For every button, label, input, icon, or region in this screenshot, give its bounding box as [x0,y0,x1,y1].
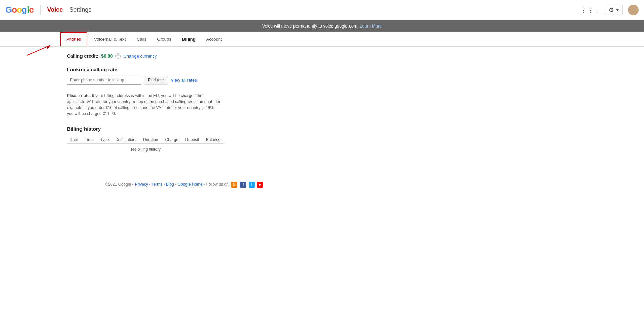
nav-tabs: Phones Voicemail & Text Calls Groups Bil… [0,32,644,47]
calling-credit-row: Calling credit: $0.00 ? Change currency [67,53,302,59]
footer-privacy-link[interactable]: Privacy [135,182,148,187]
tab-account[interactable]: Account [201,33,227,46]
tab-phones[interactable]: Phones [60,32,87,46]
col-time: Time [82,136,98,144]
phone-lookup-input[interactable] [67,76,141,85]
col-date: Date [67,136,82,144]
voice-link[interactable]: Voice [47,6,63,13]
banner: Voice will move permanently to voice.goo… [0,20,644,32]
apps-icon[interactable]: ⋮⋮⋮ [580,6,600,14]
avatar[interactable] [628,5,639,15]
tab-voicemail[interactable]: Voicemail & Text [89,33,131,46]
change-currency-link[interactable]: Change currency [123,54,157,59]
twitter-icon[interactable]: t [249,182,255,188]
top-right: ⋮⋮⋮ ⚙ ▼ [580,5,639,15]
footer-google-home-link[interactable]: Google Home [178,182,203,187]
billing-history-section: Billing history Date Time Type Destinati… [67,126,302,155]
no-billing-row: No billing history [67,144,225,155]
top-bar: Google Voice Settings ⋮⋮⋮ ⚙ ▼ [0,0,644,20]
col-charge: Charge [163,136,183,144]
learn-more-link[interactable]: Learn More [360,23,382,29]
vat-note: Please note: If your billing address is … [67,93,221,117]
footer-follow-label: Follow us on: [206,182,230,187]
calling-credit-section: Calling credit: $0.00 ? Change currency [67,53,302,59]
col-destination: Destination [113,136,140,144]
facebook-icon[interactable]: f [240,182,246,188]
footer-terms-link[interactable]: Terms [152,182,163,187]
calling-credit-amount: $0.00 [101,53,113,59]
tab-groups[interactable]: Groups [152,33,177,46]
footer: ©2021 Google - Privacy - Terms - Blog - … [67,175,302,195]
blogger-icon[interactable]: B [231,182,237,188]
tab-billing[interactable]: Billing [177,33,201,46]
page-title: Settings [69,6,91,13]
no-billing-message: No billing history [67,144,225,155]
lookup-section: Lookup a calling rate Find rate View all… [67,67,302,85]
lookup-title: Lookup a calling rate [67,67,302,72]
view-all-rates-link[interactable]: View all rates [171,78,197,83]
top-left: Google Voice Settings [5,5,91,15]
footer-separator: - [132,182,135,187]
main-content: Calling credit: $0.00 ? Change currency … [0,47,302,201]
help-icon[interactable]: ? [115,53,121,59]
banner-message: Voice will move permanently to voice.goo… [262,23,359,29]
col-type: Type [97,136,112,144]
youtube-icon[interactable]: ▶ [257,182,263,188]
col-balance: Balance [203,136,225,144]
settings-gear-button[interactable]: ⚙ ▼ [606,5,623,15]
tab-calls[interactable]: Calls [131,33,152,46]
col-duration: Duration [140,136,162,144]
footer-blog-link[interactable]: Blog [166,182,174,187]
billing-table: Date Time Type Destination Duration Char… [67,136,225,155]
google-logo: Google [5,5,34,15]
col-deposit: Deposit [182,136,203,144]
divider [40,5,41,15]
lookup-controls: Find rate View all rates [67,76,302,85]
find-rate-button[interactable]: Find rate [144,76,168,85]
billing-history-title: Billing history [67,126,302,132]
footer-copyright: ©2021 Google [105,182,131,187]
calling-credit-label: Calling credit: [67,53,98,59]
table-header-row: Date Time Type Destination Duration Char… [67,136,225,144]
vat-note-bold: Please note: [67,93,91,98]
